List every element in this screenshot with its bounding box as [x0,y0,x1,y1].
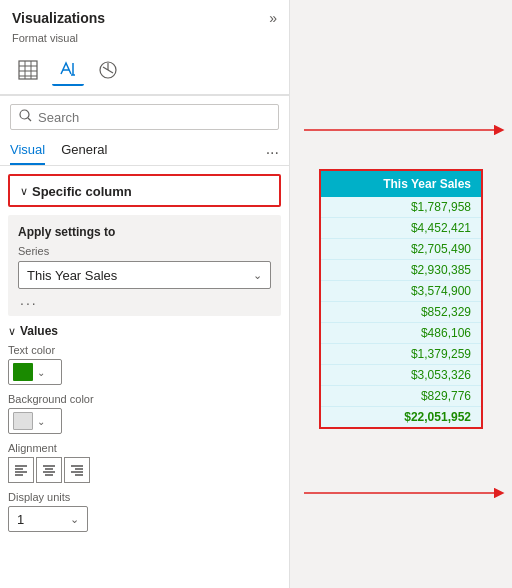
table-row: $852,329 [321,302,481,323]
table-cell: $852,329 [321,302,481,323]
table-cell: $486,106 [321,323,481,344]
display-units-row: Display units 1 ⌄ [8,491,281,532]
text-color-chevron: ⌄ [37,367,45,378]
bg-color-row: Background color ⌄ [8,393,281,434]
table-cell: $22,051,952 [321,407,481,428]
alignment-buttons [8,457,281,483]
bg-color-chevron: ⌄ [37,416,45,427]
apply-settings-card: Apply settings to Series This Year Sales… [8,215,281,316]
table-row: $4,452,421 [321,218,481,239]
table-row: $1,787,958 [321,197,481,218]
visual-type-icons [0,50,289,96]
text-color-swatch [13,363,33,381]
align-right-button[interactable] [64,457,90,483]
specific-column-label: Specific column [32,184,132,199]
table-row: $829,776 [321,386,481,407]
analytics-icon [98,60,118,80]
text-color-picker[interactable]: ⌄ [8,359,62,385]
series-dropdown-arrow: ⌄ [253,269,262,282]
apply-settings-title: Apply settings to [18,225,271,239]
align-right-icon [70,463,84,477]
right-panel: This Year Sales $1,787,958$4,452,421$2,7… [290,0,512,588]
panel-header: Visualizations » [0,0,289,30]
alignment-row: Alignment [8,442,281,483]
table-cell: $4,452,421 [321,218,481,239]
table-cell: $2,930,385 [321,260,481,281]
ellipsis: ... [18,289,271,308]
values-title: Values [20,324,58,338]
align-center-icon [42,463,56,477]
text-color-label: Text color [8,344,281,356]
table-cell: $3,574,900 [321,281,481,302]
table-row: $3,053,326 [321,365,481,386]
table-cell: $2,705,490 [321,239,481,260]
table-icon [18,60,38,80]
display-units-arrow: ⌄ [70,513,79,526]
series-label: Series [18,245,271,257]
analytics-icon-button[interactable] [92,54,124,86]
bg-color-picker[interactable]: ⌄ [8,408,62,434]
svg-line-11 [28,118,31,121]
alignment-label: Alignment [8,442,281,454]
search-box[interactable] [10,104,279,130]
values-header: ∨ Values [8,324,281,338]
visualizations-panel: Visualizations » Format visual [0,0,290,588]
search-icon [19,109,32,125]
tabs-row: Visual General ... [0,136,289,166]
data-table: This Year Sales $1,787,958$4,452,421$2,7… [321,171,481,427]
series-dropdown[interactable]: This Year Sales ⌄ [18,261,271,289]
top-arrow [294,115,512,145]
align-left-button[interactable] [8,457,34,483]
align-left-icon [14,463,28,477]
table-cell: $3,053,326 [321,365,481,386]
tab-general[interactable]: General [61,136,107,165]
table-row: $2,930,385 [321,260,481,281]
table-row: $3,574,900 [321,281,481,302]
table-row: $486,106 [321,323,481,344]
align-center-button[interactable] [36,457,62,483]
section-chevron-icon: ∨ [20,185,28,198]
display-units-value: 1 [17,512,24,527]
values-chevron-icon: ∨ [8,325,16,338]
table-icon-button[interactable] [12,54,44,86]
panel-title: Visualizations [12,10,105,26]
tab-visual[interactable]: Visual [10,136,45,165]
format-icon [58,59,78,79]
series-dropdown-value: This Year Sales [27,268,117,283]
bg-color-label: Background color [8,393,281,405]
text-color-row: Text color ⌄ [8,344,281,385]
bg-color-swatch [13,412,33,430]
display-units-dropdown[interactable]: 1 ⌄ [8,506,88,532]
table-cell: $1,379,259 [321,344,481,365]
table-cell: $829,776 [321,386,481,407]
tab-more-button[interactable]: ... [266,140,279,162]
search-input[interactable] [38,110,270,125]
format-icon-button[interactable] [52,54,84,86]
bottom-arrow [294,478,512,508]
table-row: $1,379,259 [321,344,481,365]
svg-point-10 [20,110,29,119]
display-units-label: Display units [8,491,281,503]
table-header: This Year Sales [321,171,481,197]
table-cell: $1,787,958 [321,197,481,218]
data-table-wrapper: This Year Sales $1,787,958$4,452,421$2,7… [319,169,483,429]
collapse-button[interactable]: » [269,10,277,26]
values-section: ∨ Values Text color ⌄ Background color ⌄… [8,324,281,532]
table-row: $22,051,952 [321,407,481,428]
format-visual-label: Format visual [0,30,289,50]
specific-column-section[interactable]: ∨ Specific column [8,174,281,207]
table-row: $2,705,490 [321,239,481,260]
